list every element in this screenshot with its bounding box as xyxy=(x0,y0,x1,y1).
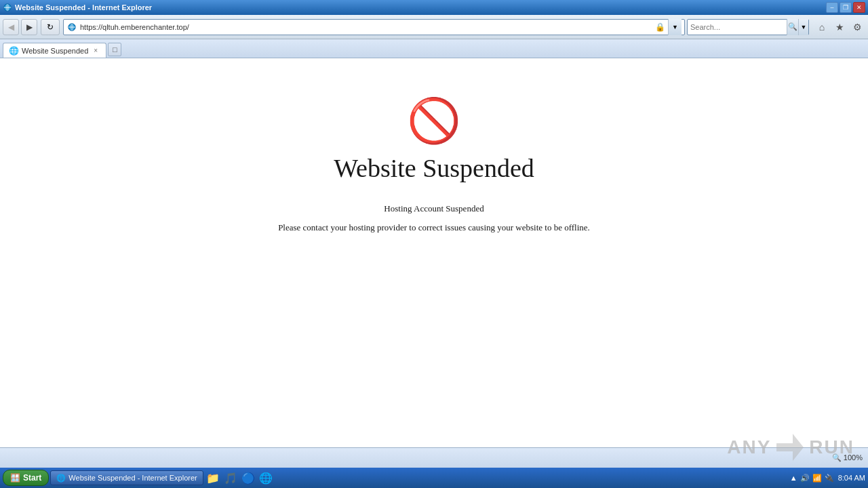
systray-arrow-icon[interactable]: ▲ xyxy=(790,474,797,482)
clock: 8:04 AM xyxy=(838,474,865,482)
tab-icon: 🌐 xyxy=(9,46,19,56)
toolbar-icons: ⌂ ★ ⚙ xyxy=(814,19,865,35)
minimize-button[interactable]: – xyxy=(826,2,838,13)
start-button[interactable]: 🪟 Start xyxy=(3,470,49,486)
taskbar-chrome-icon[interactable]: 🔵 xyxy=(240,470,256,486)
taskbar-ie-label: Website Suspended - Internet Explorer xyxy=(68,474,197,482)
close-button[interactable]: ✕ xyxy=(853,2,865,13)
home-button[interactable]: ⌂ xyxy=(814,19,830,35)
tab-close-button[interactable]: × xyxy=(91,46,100,56)
browser-toolbar: ◀ ▶ ↻ 🔒 ▼ 🔍 ▼ ⌂ ★ ⚙ xyxy=(0,15,868,39)
suspended-icon: 🚫 xyxy=(407,99,461,142)
taskbar-edge-icon[interactable]: 🌐 xyxy=(258,470,274,486)
taskbar-folder-icon[interactable]: 📁 xyxy=(205,470,221,486)
address-ie-icon xyxy=(66,22,77,33)
search-input[interactable] xyxy=(688,23,787,31)
anyrun-watermark: ANY RUN xyxy=(727,434,854,461)
favorites-button[interactable]: ★ xyxy=(831,19,848,35)
tab-bar: 🌐 Website Suspended × □ xyxy=(0,39,868,58)
title-bar-left: Website Suspended - Internet Explorer xyxy=(3,3,152,12)
start-icon: 🪟 xyxy=(10,473,20,483)
browser-content: 🚫 Website Suspended Hosting Account Susp… xyxy=(0,58,868,447)
page-title: Website Suspended xyxy=(334,153,534,183)
browser-window: Website Suspended - Internet Explorer – … xyxy=(0,0,868,468)
title-bar-text: Website Suspended - Internet Explorer xyxy=(15,3,152,12)
systray-network-icon[interactable]: 📶 xyxy=(812,474,822,483)
systray-battery-icon[interactable]: 🔌 xyxy=(825,474,834,483)
ie-logo-icon xyxy=(3,3,12,12)
anyrun-arrow-icon xyxy=(776,434,804,461)
tab-label: Website Suspended xyxy=(22,47,88,55)
taskbar: 🪟 Start 🌐 Website Suspended - Internet E… xyxy=(0,468,868,488)
address-dropdown-button[interactable]: ▼ xyxy=(668,19,682,35)
taskbar-left: 🪟 Start 🌐 Website Suspended - Internet E… xyxy=(3,470,274,486)
address-bar-container: 🔒 ▼ xyxy=(63,19,685,35)
address-input[interactable] xyxy=(80,23,652,31)
restore-button[interactable]: ❐ xyxy=(840,2,852,13)
systray-volume-icon[interactable]: 🔊 xyxy=(800,474,810,483)
search-container: 🔍 ▼ xyxy=(687,19,809,35)
title-bar: Website Suspended - Internet Explorer – … xyxy=(0,0,868,15)
anyrun-run-text: RUN xyxy=(809,436,854,458)
search-dropdown-button[interactable]: ▼ xyxy=(798,19,808,35)
taskbar-ie-button[interactable]: 🌐 Website Suspended - Internet Explorer xyxy=(50,470,203,485)
forward-button[interactable]: ▶ xyxy=(21,19,37,35)
taskbar-right: ▲ 🔊 📶 🔌 8:04 AM xyxy=(790,474,865,483)
start-label: Start xyxy=(23,473,41,483)
systray: ▲ 🔊 📶 🔌 xyxy=(790,474,834,483)
lock-icon: 🔒 xyxy=(655,22,665,32)
page-subtitle: Hosting Account Suspended xyxy=(384,203,484,214)
page-description: Please contact your hosting provider to … xyxy=(278,222,590,233)
search-button[interactable]: 🔍 xyxy=(787,19,798,35)
title-bar-controls: – ❐ ✕ xyxy=(826,2,865,13)
new-tab-button[interactable]: □ xyxy=(108,43,121,56)
taskbar-media-icon[interactable]: 🎵 xyxy=(222,470,239,486)
tools-button[interactable]: ⚙ xyxy=(849,19,865,35)
active-tab[interactable]: 🌐 Website Suspended × xyxy=(3,43,106,58)
refresh-button[interactable]: ↻ xyxy=(41,19,60,35)
back-button[interactable]: ◀ xyxy=(3,19,19,35)
anyrun-text: ANY xyxy=(727,436,771,458)
taskbar-ie-icon: 🌐 xyxy=(56,474,66,483)
